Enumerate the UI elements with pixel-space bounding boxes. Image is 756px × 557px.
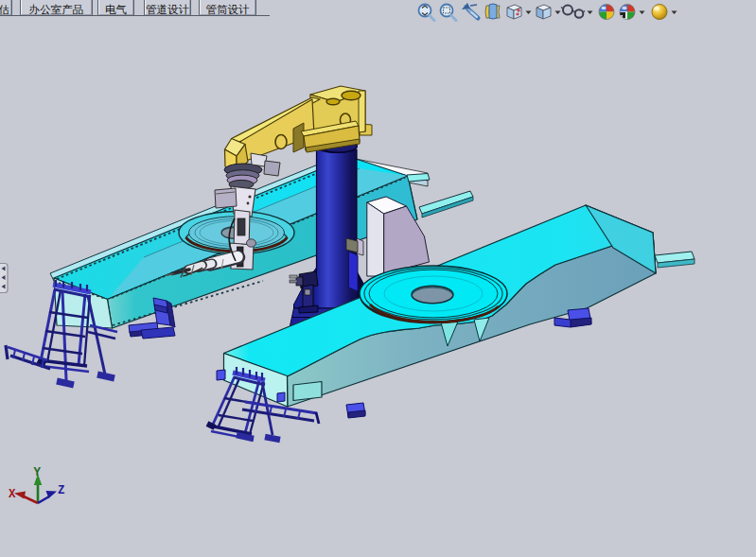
svg-text:Y: Y <box>34 466 42 479</box>
svg-text:Z: Z <box>58 484 65 497</box>
svg-text:X: X <box>9 488 16 501</box>
